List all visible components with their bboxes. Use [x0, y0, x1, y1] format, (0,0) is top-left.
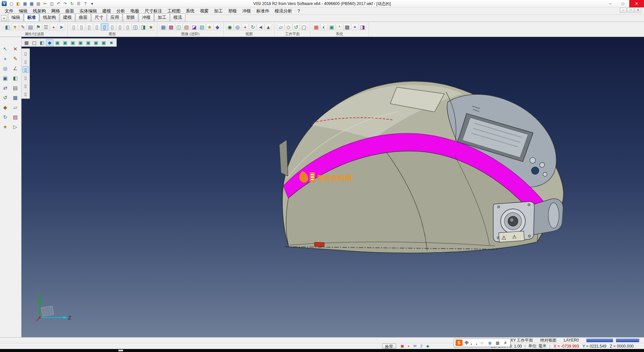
color-filter-icon[interactable]: ⚑ [35, 23, 42, 31]
lighting-icon[interactable]: ★ [206, 23, 213, 31]
angle-tool-icon[interactable]: ∠ [11, 64, 19, 72]
restore-icon[interactable]: □ [616, 0, 629, 7]
graphics-style-3-icon[interactable]: ▯ [86, 23, 93, 31]
tab-0[interactable]: 编辑 [8, 13, 23, 21]
render-icon[interactable]: ★ [147, 23, 155, 31]
menu-item-12[interactable]: 视窗 [197, 7, 211, 15]
ime-toolbox-icon[interactable]: # [502, 340, 509, 346]
front-view-icon[interactable]: ▣ [69, 39, 76, 46]
tab-6[interactable]: 应用 [107, 13, 122, 21]
surface-tool-icon[interactable]: ◧ [11, 74, 19, 82]
point-tool-icon[interactable]: + [1, 55, 9, 62]
system-settings-icon[interactable]: ◐ [320, 23, 328, 31]
apply-filter-icon[interactable]: ➤ [58, 23, 65, 31]
highlight-icon[interactable]: ◪ [191, 23, 198, 31]
system-analysis-icon[interactable]: ◨ [359, 23, 366, 31]
mdi-close-icon[interactable]: ✕ [635, 8, 641, 13]
clip-slot-6-icon[interactable]: ▯ [22, 90, 29, 97]
filter-icon[interactable]: ▼ [11, 23, 19, 31]
wireframe-image-icon[interactable]: ▩ [167, 23, 175, 31]
layer-filter-icon[interactable]: ▤ [27, 23, 34, 31]
workplane-rotate-icon[interactable]: ↺ [292, 23, 300, 31]
left-view-icon[interactable]: ▣ [85, 39, 92, 46]
transform-tool-icon[interactable]: ⇄ [1, 84, 9, 92]
rotate-view-icon[interactable]: ↻ [249, 23, 257, 31]
menu-item-14[interactable]: 塑模 [225, 7, 239, 15]
type-filter-icon[interactable]: ☰ [42, 23, 50, 31]
print-icon[interactable]: ▤ [35, 1, 42, 7]
menu-item-13[interactable]: 加工 [211, 7, 225, 15]
tray-app-red-icon[interactable]: ▣ [399, 344, 405, 349]
image-quality-icon[interactable]: ▦ [160, 23, 167, 31]
menu-item-17[interactable]: 模流分析 [272, 7, 295, 15]
dynamic-view-icon[interactable]: ▲ [265, 23, 272, 31]
system-snap-icon[interactable]: * [336, 23, 343, 31]
zoom-all-icon[interactable]: ◉ [226, 23, 233, 31]
blank-view-icon[interactable]: ▢ [31, 39, 38, 46]
pan-icon[interactable]: + [241, 23, 249, 31]
tray-shield-icon[interactable]: ◆ [425, 344, 431, 349]
transparency-icon[interactable]: ▨ [183, 23, 190, 31]
material-icon[interactable]: ◨ [140, 23, 147, 31]
close-icon[interactable]: ✕ [629, 0, 644, 7]
zoom-window-icon[interactable]: ◎ [234, 23, 241, 31]
primitive-tool-icon[interactable]: ◆ [1, 103, 9, 111]
add-filter-icon[interactable]: + [50, 23, 57, 31]
workplane-align-icon[interactable]: ◇ [285, 23, 292, 31]
box-tool-icon[interactable]: ▣ [1, 74, 9, 82]
system-display-icon[interactable]: ◓ [351, 23, 359, 31]
solid-cube-view-icon[interactable]: ■ [108, 39, 115, 46]
mdi-minimize-icon[interactable]: – [620, 8, 627, 13]
minimize-icon[interactable]: – [604, 0, 616, 7]
help-icon[interactable]: ? [82, 1, 89, 7]
clip-slot-4-icon[interactable]: ▯ [22, 74, 29, 81]
workplane-create-icon[interactable]: ▱ [277, 23, 284, 31]
layer-indicator[interactable]: LAYER0 [564, 338, 579, 343]
graphics-style-1-icon[interactable]: ▯ [70, 23, 77, 31]
select-view-icon[interactable]: ◆ [46, 39, 53, 46]
circle-tool-icon[interactable]: ◎ [1, 64, 9, 72]
tab-8[interactable]: 冲模 [139, 13, 154, 21]
input-method-bar[interactable]: S中。，☺ψ▦# [454, 339, 511, 347]
clip-slot-5-icon[interactable]: ▯ [22, 82, 29, 89]
new-file-icon[interactable]: ▢ [8, 1, 15, 7]
tab-9[interactable]: 加工 [154, 13, 170, 21]
hatch-tool-icon[interactable]: ▨ [11, 113, 19, 121]
tray-help-icon[interactable]: 2 [419, 344, 424, 349]
tab-5[interactable]: 尺寸 [91, 13, 107, 21]
system-layers-icon[interactable]: ▩ [343, 23, 351, 31]
open-file-icon[interactable]: ◧ [15, 1, 21, 7]
graphics-style-active-icon[interactable]: ▯ [101, 23, 108, 31]
sogou-logo-icon[interactable]: S [455, 340, 463, 346]
tab-4[interactable]: 曲面 [75, 13, 91, 21]
undo-icon[interactable]: ↶ [55, 1, 62, 7]
right-view-icon[interactable]: ▣ [77, 39, 84, 46]
view-indicator[interactable]: 绝对视图 [540, 338, 556, 343]
menu-item-18[interactable]: ? [295, 8, 303, 14]
lock-button[interactable]: 拴牢 [382, 344, 396, 349]
graphics-style-4-icon[interactable]: ▯ [93, 23, 101, 31]
texture-icon[interactable]: ◫ [132, 23, 139, 31]
favorites-tool-icon[interactable]: ★ [1, 123, 9, 131]
mdi-restore-icon[interactable]: □ [627, 8, 634, 13]
ime-emoji-icon[interactable]: ☺ [479, 340, 486, 346]
tab-10[interactable]: 模流 [170, 13, 185, 21]
layer-tool-icon[interactable]: ▤ [11, 84, 19, 92]
properties-icon[interactable]: ◧ [4, 23, 11, 31]
tab-3[interactable]: 建模 [60, 13, 75, 21]
graphics-style-8-icon[interactable]: ▯ [124, 23, 131, 31]
line-tool-icon[interactable]: ✎ [11, 55, 19, 62]
ime-keyboard-icon[interactable]: ▦ [494, 340, 501, 346]
cut-icon[interactable]: ✂ [42, 1, 48, 7]
rotate-tool-icon[interactable]: ↻ [1, 113, 9, 121]
select-icon[interactable]: ↖ [1, 45, 9, 53]
plane-tool-icon[interactable]: ▱ [11, 103, 19, 111]
tray-app-orange-icon[interactable]: ● [406, 344, 412, 349]
clip-slot-1-icon[interactable]: ▯ [22, 50, 29, 57]
open-tool-icon[interactable]: ▷ [11, 123, 19, 131]
graphics-style-6-icon[interactable]: ▯ [109, 23, 116, 31]
tab-2[interactable]: 线架构 [40, 13, 59, 21]
tray-mail-icon[interactable]: ✉ [412, 344, 418, 349]
tab-7[interactable]: 塑膜 [123, 13, 138, 21]
top-view-icon[interactable]: ▣ [61, 39, 69, 46]
